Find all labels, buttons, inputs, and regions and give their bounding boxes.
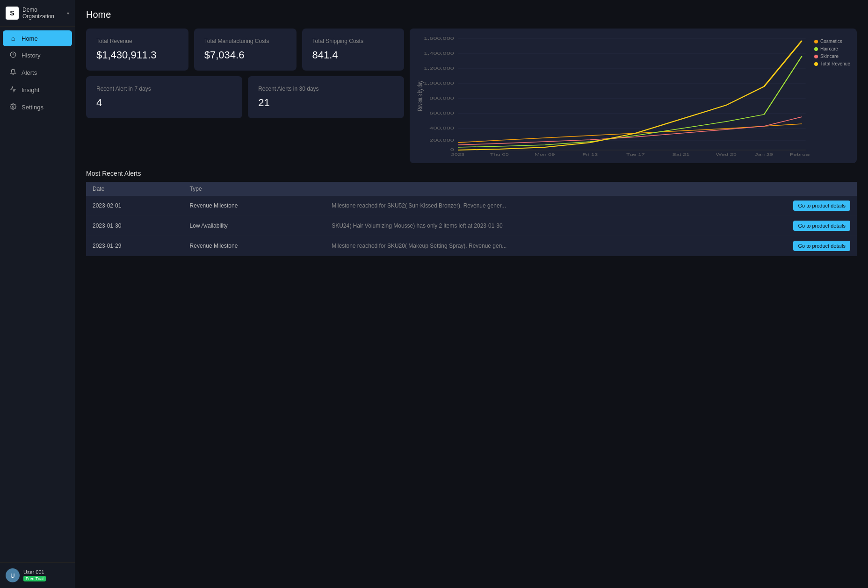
table-row: 2023-01-29 Revenue Milestone Milestone r… [86,236,857,256]
table-header-row: Date Type [86,182,857,196]
most-recent-alerts-section: Most Recent Alerts Date Type 2023-02-01 … [86,170,857,256]
chart-area: 1,600,000 1,400,000 1,200,000 1,000,000 … [416,35,810,157]
user-info: User 001 Free Trial [23,569,46,581]
legend-skincare: Skincare [814,54,850,59]
total-shipping-card: Total Shipping Costs 841.4 [302,29,405,71]
org-logo: S [6,7,19,20]
col-action [694,182,857,196]
cosmetics-dot [814,40,818,43]
haircare-dot [814,47,818,51]
svg-text:1,000,000: 1,000,000 [424,81,455,86]
total-manufacturing-label: Total Manufacturing Costs [204,38,286,44]
cell-date-0: 2023-02-01 [86,196,183,216]
sidebar-item-settings[interactable]: Settings [3,99,72,115]
alerts-icon [9,69,17,77]
recent-7-value: 4 [96,97,232,109]
svg-text:2023: 2023 [451,152,465,157]
sidebar-item-history[interactable]: History [3,47,72,64]
avatar: U [6,568,20,582]
table-row: 2023-01-30 Low Availability SKU24( Hair … [86,216,857,236]
home-icon: ⌂ [9,35,17,42]
sidebar-nav: ⌂ Home History Alerts Insight Settings [0,27,75,562]
svg-text:Wed 25: Wed 25 [716,152,737,157]
cell-date-1: 2023-01-30 [86,216,183,236]
total-revenue-legend-label: Total Revenue [820,61,850,66]
recent-30-value: 21 [258,97,394,109]
col-description [325,182,694,196]
sidebar-item-insight-label: Insight [22,86,39,93]
insight-icon [9,86,17,94]
legend-total-revenue: Total Revenue [814,61,850,66]
cell-description-0: Milestone reached for SKU52( Sun-Kissed … [325,196,694,216]
history-icon [9,51,17,59]
go-to-product-button-2[interactable]: Go to product details [793,241,850,251]
svg-text:Jan 29: Jan 29 [755,152,774,157]
main-content: Home Total Revenue $1,430,911.3 Total Ma… [75,0,868,588]
col-type: Type [183,182,326,196]
svg-text:Mon 09: Mon 09 [535,152,555,157]
cell-date-2: 2023-01-29 [86,236,183,256]
svg-text:600,000: 600,000 [430,111,455,115]
recent-30-label: Recent Alerts in 30 days [258,86,394,92]
sidebar-item-alerts[interactable]: Alerts [3,65,72,81]
svg-text:Revenue by day: Revenue by day [416,80,424,111]
svg-point-1 [12,106,14,108]
legend-haircare: Haircare [814,46,850,51]
recent-7-label: Recent Alert in 7 days [96,86,232,92]
recent-alert-7-card: Recent Alert in 7 days 4 [86,76,242,118]
user-footer: U User 001 Free Trial [0,562,75,588]
cell-type-0: Revenue Milestone [183,196,326,216]
total-shipping-value: 841.4 [312,49,394,61]
org-header[interactable]: S Demo Organization ▾ [0,0,75,27]
sidebar-item-insight[interactable]: Insight [3,82,72,98]
svg-text:1,200,000: 1,200,000 [424,66,455,71]
go-to-product-button-0[interactable]: Go to product details [793,201,850,211]
skincare-dot [814,55,818,58]
total-revenue-label: Total Revenue [96,38,178,44]
user-badge: Free Trial [23,576,46,581]
total-revenue-dot [814,62,818,66]
svg-text:1,400,000: 1,400,000 [424,51,455,56]
svg-text:400,000: 400,000 [430,126,455,130]
total-revenue-card: Total Revenue $1,430,911.3 [86,29,188,71]
chart-legend: Cosmetics Haircare Skincare Total Revenu… [814,35,850,157]
revenue-chart-card: 1,600,000 1,400,000 1,200,000 1,000,000 … [410,29,857,163]
svg-text:Sat 21: Sat 21 [673,152,690,157]
sidebar: S Demo Organization ▾ ⌂ Home History Ale… [0,0,75,588]
cell-description-2: Milestone reached for SKU20( Makeup Sett… [325,236,694,256]
cosmetics-label: Cosmetics [820,39,842,44]
cell-type-1: Low Availability [183,216,326,236]
svg-text:0: 0 [450,147,454,152]
skincare-label: Skincare [820,54,839,59]
legend-cosmetics: Cosmetics [814,39,850,44]
recent-alert-30-card: Recent Alerts in 30 days 21 [248,76,404,118]
sidebar-item-home[interactable]: ⌂ Home [3,30,72,46]
sidebar-item-settings-label: Settings [22,104,43,111]
table-row: 2023-02-01 Revenue Milestone Milestone r… [86,196,857,216]
sidebar-item-history-label: History [22,52,40,59]
cell-description-1: SKU24( Hair Volumizing Mousse) has only … [325,216,694,236]
settings-icon [9,103,17,111]
cell-action-1: Go to product details [694,216,857,236]
most-recent-alerts-title: Most Recent Alerts [86,170,857,177]
svg-text:Thu 05: Thu 05 [490,152,509,157]
page-title: Home [86,9,857,20]
svg-text:200,000: 200,000 [430,138,455,143]
go-to-product-button-1[interactable]: Go to product details [793,221,850,231]
col-date: Date [86,182,183,196]
alerts-table: Date Type 2023-02-01 Revenue Milestone M… [86,182,857,256]
total-manufacturing-card: Total Manufacturing Costs $7,034.6 [194,29,297,71]
svg-text:February: February [790,152,810,157]
org-name: Demo Organization [22,7,63,20]
svg-text:Tue 17: Tue 17 [626,152,645,157]
sidebar-item-home-label: Home [22,35,38,42]
cell-type-2: Revenue Milestone [183,236,326,256]
total-manufacturing-value: $7,034.6 [204,49,286,61]
svg-text:Fri 13: Fri 13 [583,152,598,157]
total-revenue-value: $1,430,911.3 [96,49,178,61]
svg-text:800,000: 800,000 [430,96,455,100]
sidebar-item-alerts-label: Alerts [22,69,37,76]
cell-action-2: Go to product details [694,236,857,256]
chevron-down-icon: ▾ [67,11,69,16]
haircare-label: Haircare [820,46,838,51]
